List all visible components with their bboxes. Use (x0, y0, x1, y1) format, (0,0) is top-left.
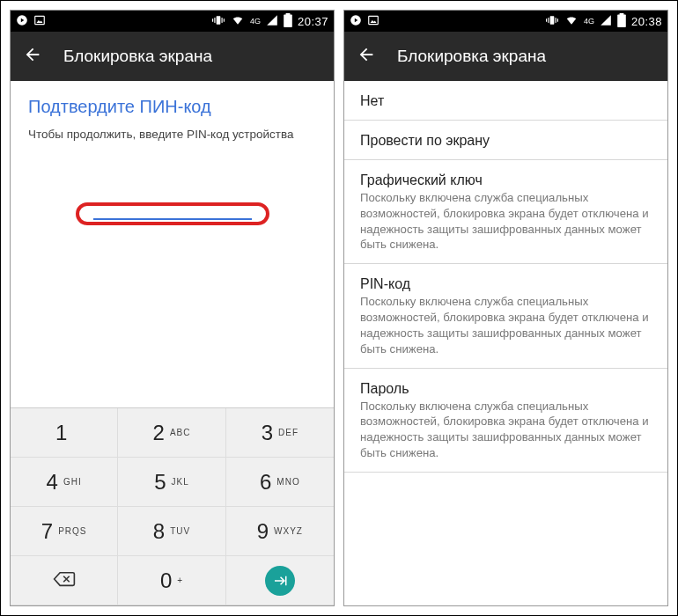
pin-input[interactable] (93, 218, 252, 220)
svg-rect-5 (212, 18, 213, 22)
back-icon[interactable] (357, 45, 376, 68)
svg-rect-18 (620, 13, 624, 15)
vibrate-icon (545, 14, 559, 29)
key-backspace[interactable] (11, 556, 118, 605)
clock-label: 20:37 (298, 15, 328, 28)
option-swipe[interactable]: Провести по экрану (344, 121, 667, 160)
phone-left: 4G 20:37 Блокировка экрана Подтвердите П… (10, 10, 335, 606)
option-none[interactable]: Нет (344, 81, 667, 121)
key-enter[interactable] (226, 556, 334, 605)
svg-rect-16 (557, 18, 558, 22)
battery-icon (617, 13, 626, 30)
pin-input-callout (76, 202, 269, 225)
app-bar-title: Блокировка экрана (63, 47, 212, 66)
image-icon (33, 14, 46, 29)
key-0[interactable]: 0+ (118, 556, 225, 605)
svg-rect-11 (369, 16, 379, 24)
play-icon (350, 14, 362, 29)
svg-rect-8 (286, 13, 291, 15)
status-bar: 4G 20:37 (11, 11, 334, 32)
phone-right: 4G 20:38 Блокировка экрана Нет (343, 10, 668, 606)
play-icon (16, 14, 28, 29)
image-icon (367, 14, 380, 29)
signal-icon (600, 14, 612, 29)
app-bar-title: Блокировка экрана (397, 47, 546, 66)
app-bar: Блокировка экрана (344, 32, 667, 81)
keypad: 1 2ABC 3DEF 4GHI 5JKL 6MNO 7PRQS 8TUV 9W… (11, 407, 334, 605)
svg-rect-7 (284, 14, 292, 26)
signal-icon (266, 14, 278, 29)
lock-options-list: Нет Провести по экрану Графический ключ … (344, 81, 667, 473)
confirm-title: Подтвердите ПИН-код (28, 97, 316, 117)
back-icon[interactable] (23, 45, 42, 68)
key-9[interactable]: 9WXYZ (226, 507, 334, 556)
wifi-icon (231, 14, 245, 29)
svg-rect-4 (221, 18, 222, 23)
wifi-icon (564, 14, 579, 29)
status-bar: 4G 20:38 (344, 11, 667, 32)
option-pattern[interactable]: Графический ключ Поскольку включена служ… (344, 160, 667, 264)
svg-rect-2 (217, 16, 221, 24)
battery-icon (284, 13, 292, 30)
svg-rect-1 (35, 16, 45, 24)
network-label: 4G (250, 17, 261, 26)
key-8[interactable]: 8TUV (118, 507, 225, 556)
option-pin[interactable]: PIN-код Поскольку включена служба специа… (344, 264, 667, 368)
key-1[interactable]: 1 (11, 408, 118, 458)
confirm-subtitle: Чтобы продолжить, введите PIN-код устрой… (28, 128, 316, 141)
enter-icon (265, 566, 295, 596)
svg-rect-9 (285, 576, 287, 585)
vibrate-icon (211, 14, 225, 29)
app-bar: Блокировка экрана (11, 32, 334, 81)
svg-rect-17 (617, 14, 626, 26)
clock-label: 20:38 (631, 15, 662, 28)
svg-rect-12 (550, 16, 555, 24)
svg-rect-3 (214, 18, 215, 23)
svg-rect-6 (224, 18, 225, 22)
key-2[interactable]: 2ABC (118, 408, 225, 458)
key-3[interactable]: 3DEF (226, 408, 334, 458)
key-4[interactable]: 4GHI (11, 458, 118, 507)
key-5[interactable]: 5JKL (118, 458, 225, 507)
svg-rect-15 (546, 18, 547, 22)
svg-rect-14 (555, 18, 556, 23)
option-password[interactable]: Пароль Поскольку включена служба специал… (344, 369, 667, 473)
backspace-icon (53, 570, 76, 591)
key-6[interactable]: 6MNO (226, 458, 334, 507)
key-7[interactable]: 7PRQS (11, 507, 118, 556)
network-label: 4G (584, 17, 594, 26)
svg-rect-13 (548, 18, 549, 23)
